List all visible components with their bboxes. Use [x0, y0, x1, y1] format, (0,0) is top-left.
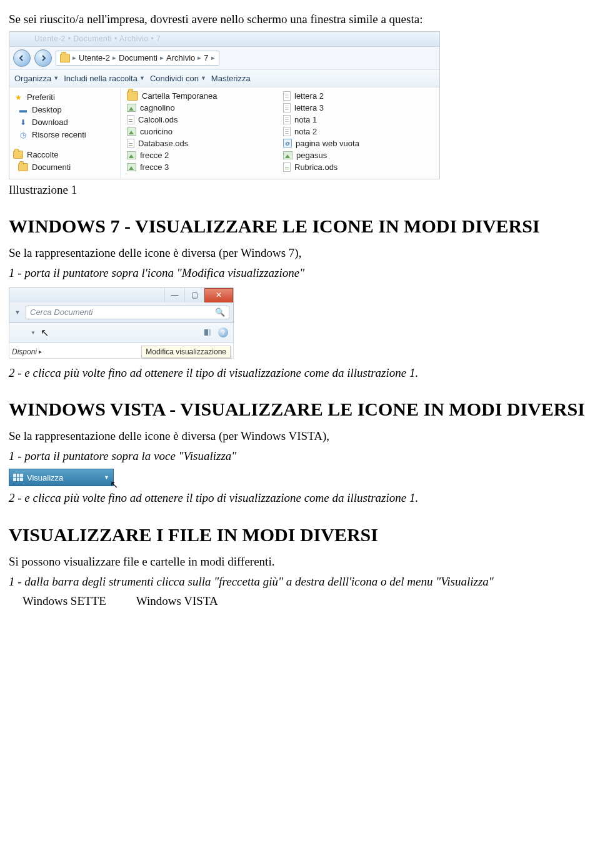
- spreadsheet-icon: [283, 162, 291, 172]
- view-thumbs-icon[interactable]: [14, 328, 23, 337]
- folder-icon: [60, 54, 70, 62]
- heading-visualize-files: VISUALIZZARE I FILE IN MODI DIVERSI: [9, 524, 591, 546]
- sidebar-libraries-header[interactable]: Raccolte: [9, 149, 120, 161]
- desktop-icon: ▬: [18, 105, 28, 115]
- image-icon: [127, 163, 136, 171]
- address-bar[interactable]: ▸ Utente-2 ▸ Documenti ▸ Archivio ▸ 7 ▸: [56, 51, 219, 66]
- star-icon: ★: [13, 92, 23, 102]
- include-menu[interactable]: Includi nella raccolta▼: [64, 74, 145, 83]
- footer-label-right: Windows VISTA: [136, 594, 218, 608]
- chevron-right-icon: ▸: [211, 54, 215, 62]
- file-item[interactable]: lettera 3: [277, 102, 433, 114]
- minimize-button[interactable]: —: [164, 288, 184, 302]
- heading-win7-visualize: WINDOWS 7 - VISUALIZZARE LE ICONE IN MOD…: [9, 215, 591, 237]
- search-icon: 🔍: [215, 307, 225, 317]
- file-item[interactable]: pegasus: [277, 149, 433, 161]
- screenshot-visualizza-vista: Visualizza ▼ ↖: [9, 469, 114, 486]
- chevron-down-icon[interactable]: ▼: [31, 330, 36, 336]
- image-icon: [127, 104, 136, 112]
- search-input[interactable]: Cerca Documenti 🔍: [26, 306, 229, 319]
- sidebar-favorites-header[interactable]: ★Preferiti: [9, 91, 120, 104]
- sidebar: ★Preferiti ▬Desktop ⬇Download ◷Risorse r…: [9, 87, 121, 179]
- document-icon: [283, 115, 291, 124]
- file-item[interactable]: cuoricino: [121, 126, 277, 137]
- forward-button[interactable]: [34, 49, 52, 67]
- file-item[interactable]: lettera 2: [277, 90, 433, 102]
- figure-caption: Illustrazione 1: [9, 182, 591, 198]
- sidebar-item-recent[interactable]: ◷Risorse recenti: [9, 129, 120, 141]
- instruction-step: 1 - porta il puntatore sopra la voce "Vi…: [9, 448, 591, 464]
- breadcrumb-item[interactable]: Utente-2: [79, 53, 110, 62]
- share-menu[interactable]: Condividi con▼: [150, 74, 206, 83]
- paragraph: Si possono visualizzare file e cartelle …: [9, 554, 591, 570]
- breadcrumb-item[interactable]: Archivio: [166, 53, 195, 62]
- arrange-row: Disponi ▸ Modifica visualizzazione: [9, 343, 234, 359]
- document-icon: [283, 91, 291, 101]
- instruction-step: 1 - porta il puntatore sopra l'icona "Mo…: [9, 265, 591, 281]
- breadcrumb-item[interactable]: 7: [204, 53, 208, 62]
- file-item[interactable]: nota 2: [277, 126, 433, 137]
- nav-row: ▸ Utente-2 ▸ Documenti ▸ Archivio ▸ 7 ▸: [9, 47, 439, 70]
- file-item[interactable]: Calcoli.ods: [121, 114, 277, 126]
- chevron-down-icon: ▼: [139, 75, 145, 81]
- file-item[interactable]: Database.ods: [121, 137, 277, 149]
- image-icon: [127, 127, 136, 136]
- recent-icon: ◷: [18, 130, 28, 140]
- back-button[interactable]: [13, 49, 31, 67]
- help-icon[interactable]: ?: [218, 327, 228, 337]
- spreadsheet-icon: [127, 139, 134, 148]
- chevron-down-icon: ▼: [201, 75, 206, 81]
- document-icon: [283, 127, 291, 136]
- footer-labels: Windows SETTE Windows VISTA: [22, 594, 591, 608]
- paragraph: Se la rappresentazione delle icone è div…: [9, 245, 591, 261]
- image-icon: [127, 151, 136, 159]
- image-icon: [283, 151, 292, 159]
- cursor-icon: ↖: [110, 479, 118, 491]
- file-item[interactable]: @pagina web vuota: [277, 137, 433, 149]
- view-grid-icon: [13, 474, 23, 481]
- preview-pane-icon[interactable]: [204, 329, 211, 336]
- chevron-right-icon: ▸: [198, 54, 201, 62]
- breadcrumb-item[interactable]: Documenti: [119, 53, 158, 62]
- file-item[interactable]: frecce 3: [121, 161, 277, 173]
- download-icon: ⬇: [18, 117, 28, 127]
- search-placeholder: Cerca Documenti: [30, 307, 92, 317]
- sidebar-item-documents[interactable]: Documenti: [9, 161, 120, 174]
- heading-vista-visualize: WINDOWS VISTA - VISUALIZZARE LE ICONE IN…: [9, 398, 591, 421]
- search-row: ▼ Cerca Documenti 🔍: [9, 302, 234, 323]
- file-item[interactable]: cagnolino: [121, 102, 277, 114]
- file-item[interactable]: frecce 2: [121, 149, 277, 161]
- window-buttons: — ▢ ✕: [9, 287, 234, 302]
- intro-text: Se sei riuscito/a nell'impresa, dovresti…: [9, 11, 591, 27]
- visualizza-button[interactable]: Visualizza: [27, 473, 63, 482]
- chevron-down-icon[interactable]: ▼: [104, 474, 109, 481]
- screenshot-view-button-win7: — ▢ ✕ ▼ Cerca Documenti 🔍 ▼ ↖ ? Disponi …: [9, 287, 234, 359]
- file-item[interactable]: nota 1: [277, 114, 433, 126]
- folder-icon: [127, 91, 138, 101]
- arrange-label[interactable]: Disponi: [12, 347, 37, 356]
- sidebar-item-desktop[interactable]: ▬Desktop: [9, 104, 120, 116]
- sidebar-item-download[interactable]: ⬇Download: [9, 116, 120, 129]
- burn-button[interactable]: Masterizza: [211, 74, 251, 83]
- spreadsheet-icon: [127, 115, 134, 124]
- file-item[interactable]: Cartella Temporanea: [121, 90, 277, 102]
- file-item[interactable]: Rubrica.ods: [277, 161, 433, 173]
- close-button[interactable]: ✕: [204, 288, 233, 302]
- cursor-icon: ↖: [41, 327, 49, 339]
- document-icon: [283, 103, 291, 112]
- folder-icon: [18, 162, 28, 172]
- chevron-down-icon[interactable]: ▼: [13, 309, 22, 316]
- file-pane: Cartella Temporanea cagnolino Calcoli.od…: [121, 87, 439, 179]
- organize-menu[interactable]: Organizza▼: [14, 74, 59, 83]
- footer-label-left: Windows SETTE: [22, 594, 106, 608]
- chevron-right-icon: ▸: [160, 54, 164, 62]
- instruction-step: 1 - dalla barra degli strumenti clicca s…: [9, 574, 591, 590]
- tooltip: Modifica visualizzazione: [141, 346, 231, 358]
- chevron-right-icon: ▸: [112, 54, 116, 62]
- titlebar: Utente-2 • Documenti • Archivio • 7: [9, 32, 439, 47]
- instruction-step: 2 - e clicca più volte fino ad ottenere …: [9, 365, 591, 381]
- libraries-icon: [13, 150, 23, 160]
- maximize-button[interactable]: ▢: [184, 288, 204, 302]
- web-icon: @: [283, 139, 292, 147]
- view-icons-row: ▼ ↖ ?: [9, 323, 234, 343]
